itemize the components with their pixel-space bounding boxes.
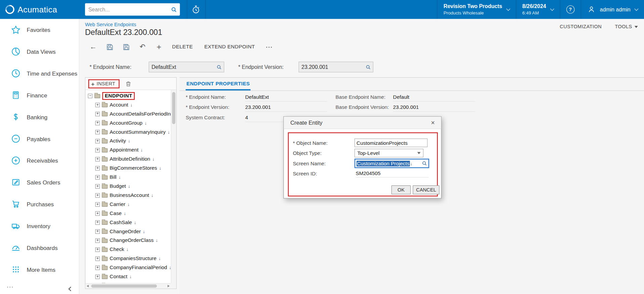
tree-node[interactable]: ChangeOrderClass ↓: [85, 236, 171, 245]
search-icon[interactable]: [171, 6, 177, 12]
sidebar-item-finance[interactable]: Finance: [0, 84, 79, 106]
sidebar-more-icon[interactable]: [7, 283, 14, 292]
tree-node[interactable]: BusinessAccount ↓: [85, 191, 171, 200]
collapse-sidebar-icon[interactable]: [68, 287, 73, 291]
scroll-right-icon[interactable]: [168, 285, 170, 287]
expand-icon[interactable]: [95, 238, 100, 243]
expand-icon[interactable]: [95, 211, 100, 215]
tree-node[interactable]: AccountSummaryInquiry ↓: [85, 127, 171, 136]
tree-node[interactable]: Carrier ↓: [85, 200, 171, 209]
tree-node[interactable]: AccountGroup ↓: [85, 118, 171, 127]
expand-icon[interactable]: [95, 112, 100, 116]
sidebar-item-inventory[interactable]: Inventory: [0, 215, 79, 237]
sidebar-item-more-items[interactable]: More Items: [0, 258, 79, 280]
sidebar-item-data-views[interactable]: Data Views: [0, 41, 79, 62]
search-input[interactable]: [85, 6, 171, 12]
undo-button[interactable]: ↶: [134, 40, 151, 53]
expand-icon[interactable]: [95, 274, 100, 279]
object-name-input[interactable]: [355, 138, 428, 147]
tree-node[interactable]: Activity ↓: [85, 136, 171, 145]
tab-endpoint-properties[interactable]: ENDPOINT PROPERTIES: [186, 78, 251, 90]
expand-icon[interactable]: [95, 139, 100, 143]
tree-node[interactable]: Check ↓: [85, 245, 171, 254]
expand-icon[interactable]: [95, 229, 100, 234]
save-and-close-button[interactable]: [101, 43, 118, 50]
expand-icon[interactable]: [95, 121, 100, 125]
insert-button-label: INSERT: [97, 81, 116, 86]
endpoint-name-field[interactable]: [149, 61, 224, 72]
magnifier-icon[interactable]: [366, 64, 371, 70]
magnifier-icon[interactable]: [422, 161, 427, 166]
expand-icon[interactable]: [95, 175, 100, 179]
back-button[interactable]: ←: [85, 40, 101, 53]
tree-node[interactable]: AccountDetailsForPeriodInqui: [85, 109, 171, 118]
sidebar-item-dashboards[interactable]: Dashboards: [0, 237, 79, 259]
expand-icon[interactable]: [95, 166, 100, 170]
screen-name-field[interactable]: Customization Projects ↓: [355, 159, 429, 168]
sidebar-item-purchases[interactable]: Purchases: [0, 193, 79, 215]
sidebar-item-receivables[interactable]: Receivables: [0, 150, 79, 171]
tree-node[interactable]: BigCommerceStores ↓: [85, 164, 171, 173]
tools-menu[interactable]: TOOLS: [615, 24, 638, 30]
tree-node[interactable]: Account ↓: [85, 100, 171, 109]
expand-icon[interactable]: [95, 202, 100, 206]
scrollbar-thumb[interactable]: [172, 92, 176, 124]
expand-icon[interactable]: [95, 130, 100, 134]
scrollbar-thumb[interactable]: [91, 284, 157, 288]
object-type-select[interactable]: Top-Level: [355, 149, 423, 158]
tree-node[interactable]: CompanyFinancialPeriod ↓: [85, 263, 171, 272]
tree-node[interactable]: ChangeOrder ↓: [85, 227, 171, 236]
collapse-icon[interactable]: [88, 93, 92, 98]
expand-icon[interactable]: [95, 220, 100, 224]
expand-icon[interactable]: [95, 184, 100, 188]
tree-node[interactable]: Contact ↓: [85, 272, 171, 281]
horizontal-scrollbar[interactable]: [85, 283, 171, 289]
magnifier-icon[interactable]: [217, 64, 222, 70]
company-branch-selector[interactable]: Revision Two Products Products Wholesale: [437, 0, 516, 19]
global-search[interactable]: [85, 3, 180, 16]
dialog-header[interactable]: Create Entity: [284, 117, 441, 129]
expand-icon[interactable]: [95, 148, 100, 152]
customization-menu[interactable]: CUSTOMIZATION: [560, 24, 602, 30]
user-menu[interactable]: admin admin: [581, 0, 644, 19]
expand-icon[interactable]: [95, 193, 100, 197]
tree-node[interactable]: Appointment ↓: [85, 145, 171, 155]
help-button[interactable]: [560, 0, 581, 19]
scroll-left-icon[interactable]: [87, 285, 89, 287]
tree-node[interactable]: Bill ↓: [85, 173, 171, 182]
sidebar-item-sales-orders[interactable]: Sales Orders: [0, 171, 79, 193]
tree-node[interactable]: Case ↓: [85, 209, 171, 218]
toolbar-more-button[interactable]: ⋯: [266, 43, 273, 51]
tree-node[interactable]: CashSale ↓: [85, 218, 171, 227]
endpoint-version-field[interactable]: [298, 61, 373, 72]
acumatica-logo[interactable]: Acumatica: [5, 0, 57, 19]
tree-node[interactable]: AttributeDefinition ↓: [85, 155, 171, 164]
expand-icon[interactable]: [95, 265, 100, 270]
close-icon[interactable]: [429, 119, 437, 127]
tree-node[interactable]: CompaniesStructure ↓: [85, 254, 171, 263]
stopwatch-icon[interactable]: [190, 4, 202, 15]
expand-icon[interactable]: [95, 247, 100, 252]
extend-endpoint-button[interactable]: EXTEND ENDPOINT: [204, 44, 255, 50]
save-button[interactable]: [118, 43, 134, 50]
delete-node-button[interactable]: [125, 80, 131, 87]
endpoint-version-input[interactable]: [299, 64, 365, 70]
expand-icon[interactable]: [95, 102, 100, 107]
breadcrumb[interactable]: Web Service Endpoints: [85, 22, 136, 28]
sidebar-item-payables[interactable]: Payables: [0, 128, 79, 150]
tree-root-node[interactable]: ENDPOINT: [85, 91, 171, 100]
tree-node[interactable]: Budget ↓: [85, 182, 171, 191]
cancel-button[interactable]: CANCEL: [413, 185, 440, 195]
insert-record-button[interactable]: +: [151, 40, 167, 53]
insert-entity-button[interactable]: INSERT: [88, 79, 120, 88]
delete-button[interactable]: DELETE: [172, 44, 193, 50]
ok-button[interactable]: OK: [392, 185, 411, 195]
expand-icon[interactable]: [95, 157, 100, 161]
expand-icon[interactable]: [95, 256, 100, 261]
endpoint-name-input[interactable]: [149, 64, 217, 70]
sidebar-item-favorites[interactable]: Favorites: [0, 19, 79, 41]
date-time-selector[interactable]: 8/26/2024 6:49 AM: [516, 0, 560, 19]
vertical-scrollbar[interactable]: [171, 90, 176, 283]
sidebar-item-banking[interactable]: Banking: [0, 106, 79, 128]
sidebar-item-time-and-expenses[interactable]: Time and Expenses: [0, 62, 79, 84]
